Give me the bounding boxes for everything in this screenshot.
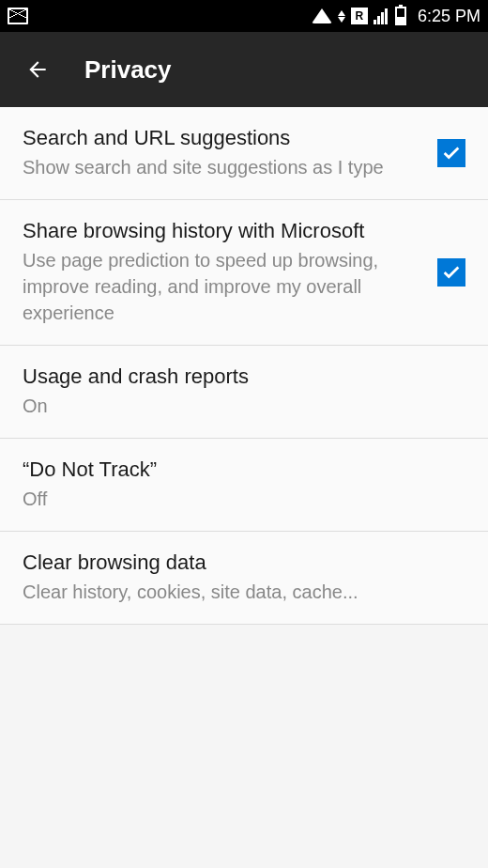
setting-subtitle: Use page prediction to speed up browsing… <box>23 247 419 326</box>
wifi-icon <box>312 8 332 23</box>
setting-title: Share browsing history with Microsoft <box>23 219 419 243</box>
back-button[interactable] <box>19 51 56 88</box>
status-bar: R 6:25 PM <box>0 0 488 32</box>
setting-search-suggestions[interactable]: Search and URL suggestions Show search a… <box>0 107 488 200</box>
setting-do-not-track[interactable]: “Do Not Track” Off <box>0 439 488 532</box>
gmail-notification-icon <box>8 8 28 24</box>
back-arrow-icon <box>25 57 50 82</box>
status-time: 6:25 PM <box>418 7 480 26</box>
setting-clear-browsing-data[interactable]: Clear browsing data Clear history, cooki… <box>0 532 488 625</box>
setting-subtitle: On <box>23 393 465 419</box>
setting-share-history[interactable]: Share browsing history with Microsoft Us… <box>0 200 488 346</box>
data-transfer-icon <box>338 10 345 23</box>
setting-usage-reports[interactable]: Usage and crash reports On <box>0 346 488 439</box>
settings-list: Search and URL suggestions Show search a… <box>0 107 488 625</box>
signal-icon <box>374 8 388 24</box>
setting-subtitle: Show search and site suggestions as I ty… <box>23 154 419 180</box>
setting-title: Usage and crash reports <box>23 364 465 389</box>
checkbox-search-suggestions[interactable] <box>437 139 465 167</box>
setting-subtitle: Clear history, cookies, site data, cache… <box>23 579 465 605</box>
app-header: Privacy <box>0 32 488 107</box>
setting-title: “Do Not Track” <box>23 457 465 482</box>
checkbox-share-history[interactable] <box>437 258 465 287</box>
checkmark-icon <box>441 262 462 283</box>
page-title: Privacy <box>84 55 172 85</box>
setting-title: Search and URL suggestions <box>23 126 419 150</box>
setting-subtitle: Off <box>23 486 465 512</box>
roaming-badge: R <box>351 8 368 24</box>
setting-title: Clear browsing data <box>23 550 465 575</box>
checkmark-icon <box>441 143 462 163</box>
battery-icon <box>395 7 406 25</box>
